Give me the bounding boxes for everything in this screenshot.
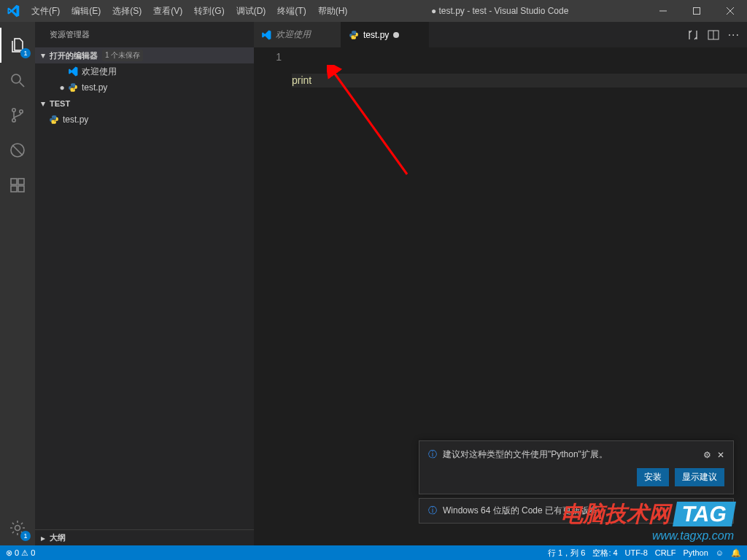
svg-rect-14 [18,179,24,184]
menu-selection[interactable]: 选择(S) [107,0,147,22]
svg-line-10 [12,145,23,155]
app-logo [0,4,26,18]
status-feedback[interactable]: ☺ [716,548,724,557]
unsaved-count: 1 个未保存 [102,50,143,61]
close-button[interactable] [713,0,747,22]
section-label: 大纲 [50,532,66,543]
info-icon: ⓘ [428,505,437,517]
menu-help[interactable]: 帮助(H) [312,0,354,22]
menu-debug[interactable]: 调试(D) [231,0,272,22]
status-bar: ⊗0 ⚠0 行 1，列 6 空格: 4 UTF-8 CRLF Python ☺ … [0,545,747,560]
vscode-icon [67,66,79,77]
activity-explorer[interactable]: 1 [0,28,35,63]
settings-badge: 1 [20,531,31,541]
file-testpy[interactable]: test.py [35,112,254,128]
install-button[interactable]: 安装 [637,468,669,486]
maximize-button[interactable] [680,0,713,22]
error-icon: ⊗ [6,548,12,558]
tab-label: 欢迎使用 [276,28,311,41]
window-title: ● test.py - test - Visual Studio Code [353,6,646,16]
line-number: 1 [254,50,282,64]
menu-go[interactable]: 转到(G) [188,0,230,22]
menu-edit[interactable]: 编辑(E) [66,0,107,22]
menu-terminal[interactable]: 终端(T) [271,0,311,22]
status-notifications[interactable]: 🔔 [731,548,741,558]
section-label: 打开的编辑器 [50,50,98,61]
dirty-dot: ● [57,82,67,93]
open-editor-welcome[interactable]: 欢迎使用 [35,63,254,79]
menu-view[interactable]: 查看(V) [147,0,188,22]
chevron-right-icon: ▸ [38,533,48,543]
minimize-button[interactable] [646,0,680,22]
notification-update: ⓘ Windows 64 位版的 Code 已有更新版本。 [419,498,734,524]
svg-point-8 [20,110,23,113]
file-label: 欢迎使用 [82,66,117,78]
info-icon: ⓘ [428,448,437,461]
activity-extensions[interactable] [0,168,35,203]
title-bar: 文件(F) 编辑(E) 选择(S) 查看(V) 转到(G) 调试(D) 终端(T… [0,0,747,22]
file-label: test.py [82,82,107,93]
activity-settings[interactable]: 1 [0,510,35,545]
python-icon [67,82,79,93]
status-eol[interactable]: CRLF [655,548,676,557]
tab-welcome[interactable]: 欢迎使用 [254,22,341,47]
window-controls [646,0,747,22]
activity-search[interactable] [0,63,35,98]
activity-bar: 1 1 [0,22,35,545]
gear-icon[interactable]: ⚙ [703,450,711,460]
chevron-down-icon: ▾ [38,98,48,109]
bug-icon [9,141,26,159]
svg-rect-13 [18,186,24,192]
folder-label: TEST [50,99,70,108]
activity-debug[interactable] [0,133,35,168]
status-cursor[interactable]: 行 1，列 6 [548,548,585,559]
section-folder[interactable]: ▾ TEST [35,96,254,112]
svg-line-5 [20,82,24,87]
warning-icon: ⚠ [21,548,28,558]
code-line[interactable]: print [292,74,747,88]
svg-rect-12 [11,186,17,192]
tab-actions: ··· [680,22,747,47]
error-count: 0 [15,548,19,557]
file-label: test.py [63,114,88,125]
status-indent[interactable]: 空格: 4 [592,548,617,559]
activity-scm[interactable] [0,98,35,133]
explorer-badge: 1 [20,48,31,58]
tab-testpy[interactable]: test.py [341,22,429,47]
close-icon[interactable]: ✕ [717,450,724,460]
svg-point-15 [15,526,20,531]
notification-message: 建议对这种类型的文件使用"Python"扩展。 [443,448,697,461]
sidebar: 资源管理器 ▾ 打开的编辑器 1 个未保存 欢迎使用 ● test.py ▾ T… [35,22,254,545]
svg-point-4 [12,74,20,83]
python-icon [349,30,359,40]
menu-file[interactable]: 文件(F) [26,0,66,22]
status-encoding[interactable]: UTF-8 [625,548,648,557]
compare-icon[interactable] [687,29,699,41]
vscode-icon [7,4,20,18]
status-language[interactable]: Python [684,548,708,557]
dirty-indicator [393,32,399,38]
split-editor-icon[interactable] [708,29,719,41]
bell-icon: 🔔 [731,548,741,558]
menu-bar: 文件(F) 编辑(E) 选择(S) 查看(V) 转到(G) 调试(D) 终端(T… [26,0,353,22]
sidebar-title: 资源管理器 [35,22,254,47]
notification-message: Windows 64 位版的 Code 已有更新版本。 [443,505,724,517]
vscode-icon [261,30,271,40]
token-function: print [292,74,311,86]
warning-count: 0 [31,548,35,557]
branch-icon [9,106,26,124]
show-suggestions-button[interactable]: 显示建议 [675,468,724,486]
tab-bar: 欢迎使用 test.py ··· [254,22,747,47]
section-open-editors[interactable]: ▾ 打开的编辑器 1 个未保存 [35,47,254,63]
open-editor-testpy[interactable]: ● test.py [35,79,254,96]
chevron-down-icon: ▾ [38,50,48,61]
more-icon[interactable]: ··· [728,28,740,42]
svg-rect-11 [11,179,17,184]
python-icon [48,114,60,125]
status-problems[interactable]: ⊗0 ⚠0 [6,548,35,558]
tab-label: test.py [363,30,389,40]
section-outline[interactable]: ▸ 大纲 [35,529,254,545]
svg-point-6 [12,109,15,112]
search-icon [9,71,26,89]
notification-python-extension: ⓘ 建议对这种类型的文件使用"Python"扩展。 ⚙ ✕ 安装 显示建议 [419,440,734,494]
